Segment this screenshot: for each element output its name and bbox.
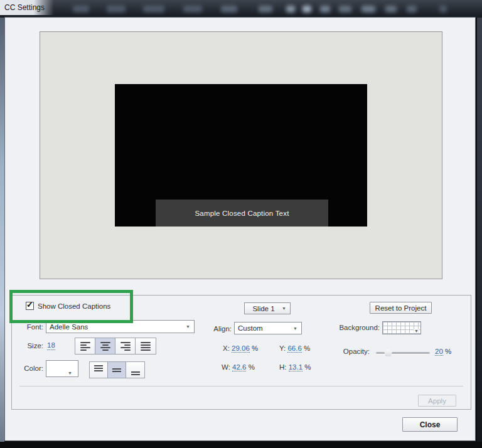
close-button[interactable]: Close [402,417,458,432]
blurred-menu-item [221,6,237,13]
valign-top-button[interactable] [90,362,108,378]
blurred-toolbar-icon [339,6,351,13]
blurred-menu-item [73,6,89,13]
dropdown-arrow-icon: ▼ [291,326,301,331]
align-center-button[interactable] [95,338,115,354]
valign-bottom-icon [131,365,140,375]
pos-w-label: W: [222,363,230,371]
align-justify-button[interactable] [136,338,156,354]
pos-y-value[interactable]: 66.6 [287,344,301,353]
blurred-toolbar-icon [320,6,330,13]
pos-h-label: H: [279,363,287,371]
align-value: Custom [235,324,291,332]
blurred-toolbar-icon [362,6,375,13]
slide-selector-value: Slide 1 [245,305,279,312]
align-left-icon [80,342,90,351]
align-right-button[interactable] [115,338,136,354]
opacity-slider-track[interactable] [376,352,430,355]
blurred-toolbar-icon [286,6,295,13]
video-stage: Sample Closed Caption Text [115,84,367,227]
pos-w-value[interactable]: 42.6 [232,363,246,371]
checkmark-icon: ✓ [26,300,33,309]
valign-middle-icon [112,365,121,375]
color-label: Color: [17,365,43,372]
size-label: Size: [17,342,43,349]
blurred-background-left-edge [0,18,4,442]
valign-middle-button[interactable] [108,362,126,378]
background-label: Background: [336,324,380,331]
blurred-menu-item [107,6,126,13]
align-dropdown[interactable]: Custom ▼ [234,322,302,334]
caption-preview-area: Sample Closed Caption Text [40,31,442,279]
pos-y-label: Y: [279,344,286,352]
align-right-icon [120,342,131,351]
valign-top-icon [94,365,103,375]
pos-x-unit: % [252,344,258,352]
font-label: Font: [17,323,43,331]
blurred-toolbar-icon [303,6,311,13]
blurred-app-menubar: CC Settings [0,0,482,18]
pos-h-value[interactable]: 13.1 [289,363,303,371]
blurred-menu-item [259,6,272,13]
background-swatch-dropdown[interactable]: ▼ [382,321,421,334]
color-swatch-dropdown[interactable]: ▼ [46,360,78,377]
opacity-label: Opacity: [336,348,370,355]
pos-h: H: 13.1 % [279,363,311,371]
caption-overlay[interactable]: Sample Closed Caption Text [156,200,328,227]
align-left-button[interactable] [75,338,95,354]
pos-x-label: X: [223,344,230,352]
opacity-value-wrap: 20 % [435,348,451,356]
sample-caption-text: Sample Closed Caption Text [195,210,289,217]
pos-y-unit: % [304,344,310,352]
pos-w-unit: % [249,363,255,371]
dropdown-arrow-icon: ▼ [183,324,194,329]
vertical-align-group [89,361,145,378]
window-title-patch: CC Settings [0,0,54,15]
show-closed-captions-row: ✓ Show Closed Captions [26,302,110,310]
blurred-toolbar-icon [385,6,397,13]
show-closed-captions-label: Show Closed Captions [38,302,110,310]
blurred-menu-item [143,6,164,13]
show-closed-captions-checkbox[interactable]: ✓ [26,302,34,310]
slide-selector-dropdown[interactable]: Slide 1 ▼ [244,302,291,314]
opacity-slider[interactable] [376,348,430,357]
pos-h-unit: % [304,363,311,371]
dropdown-arrow-icon: ▼ [414,329,419,333]
blurred-toolbar-icon [439,6,447,13]
panel-separator [19,386,463,387]
blurred-background-right-edge [477,18,482,442]
opacity-unit: % [445,348,451,355]
opacity-value[interactable]: 20 [435,348,443,356]
horizontal-align-group [75,338,156,355]
blurred-menu-item [183,6,202,13]
pos-y: Y: 66.6 % [279,344,310,353]
opacity-slider-thumb[interactable] [384,349,392,356]
apply-button[interactable]: Apply [418,395,456,407]
dropdown-arrow-icon: ▼ [279,306,290,311]
font-value: Adelle Sans [46,323,183,331]
window-title: CC Settings [4,3,45,12]
reset-to-project-button[interactable]: Reset to Project [370,302,432,314]
pos-x: X: 29.06 % [223,344,258,353]
valign-bottom-button[interactable] [126,362,144,378]
size-value[interactable]: 18 [47,341,55,350]
pos-x-value[interactable]: 29.06 [232,344,250,353]
cc-settings-dialog: Sample Closed Caption Text ✓ Show Closed… [4,17,476,441]
dropdown-arrow-icon: ▼ [65,371,76,375]
align-label: Align: [206,325,232,333]
align-justify-icon [141,342,151,351]
align-center-icon [100,342,110,351]
blurred-toolbar-icon [407,6,417,13]
screen: CC Settings Sample Closed Caption Text ✓… [0,0,482,448]
pos-w: W: 42.6 % [222,363,255,371]
